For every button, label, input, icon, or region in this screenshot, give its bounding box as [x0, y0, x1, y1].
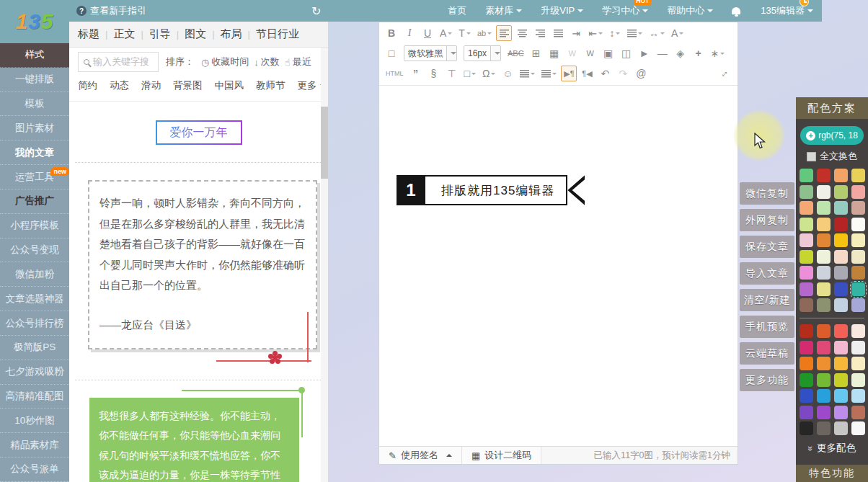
color-swatch[interactable]: [817, 185, 831, 199]
color-swatch[interactable]: [851, 282, 865, 296]
select-dropdown[interactable]: [446, 46, 456, 61]
align-center-icon[interactable]: [514, 25, 530, 41]
color-swatch[interactable]: [851, 169, 865, 182]
action-button-0[interactable]: 微信复制: [740, 182, 794, 205]
color-swatch[interactable]: [851, 233, 865, 247]
color-swatch[interactable]: [851, 341, 865, 354]
word-doc-icon[interactable]: W: [583, 45, 598, 61]
eraser-icon[interactable]: ◈: [673, 45, 688, 61]
indent-right-icon[interactable]: ⇥: [568, 25, 584, 41]
refresh-icon[interactable]: ↻: [311, 0, 321, 22]
style-sample-quote[interactable]: 铃声一响，顿时人影错杂，奔向不同方向，但是在那么多穿梭纷乱的人群里，我无比清楚地…: [88, 180, 317, 349]
text-case-icon[interactable]: A: [669, 25, 686, 41]
align-left-icon[interactable]: [496, 25, 512, 41]
bold-icon[interactable]: B: [384, 25, 399, 41]
color-swatch[interactable]: [817, 406, 831, 419]
nav-item-4[interactable]: 帮助中心: [667, 4, 713, 17]
tab-1[interactable]: 正文: [113, 27, 135, 41]
color-swatch[interactable]: [817, 389, 831, 403]
sidebar-item-11[interactable]: 公众号排行榜: [0, 311, 69, 336]
sidebar-item-17[interactable]: 公众号派单: [0, 458, 69, 482]
tab-4[interactable]: 布局: [221, 27, 242, 41]
sidebar-item-6[interactable]: 广告推广: [0, 189, 69, 214]
sidebar-item-5[interactable]: 运营工具new: [0, 165, 69, 189]
sidebar-item-0[interactable]: 样式: [0, 43, 69, 68]
nav-item-0[interactable]: 首页: [448, 4, 466, 17]
unordered-list-icon[interactable]: [539, 66, 559, 81]
logo-box[interactable]: 135: [0, 0, 69, 43]
category-3[interactable]: 背景图: [173, 79, 203, 92]
action-button-5[interactable]: 手机预览: [740, 316, 794, 338]
scrollbar-thumb[interactable]: [321, 107, 328, 179]
sidebar-item-13[interactable]: 七夕游戏吸粉: [0, 360, 69, 385]
underline-icon[interactable]: U: [420, 25, 435, 41]
action-button-7[interactable]: 更多功能: [740, 369, 794, 391]
strikethrough-icon[interactable]: ABC: [505, 45, 526, 61]
category-5[interactable]: 教师节: [256, 79, 285, 92]
signature-button[interactable]: ✎ 使用签名: [379, 447, 462, 464]
align-justify-icon[interactable]: [550, 25, 566, 41]
insert-image-icon[interactable]: ▣: [601, 45, 616, 61]
color-swatch[interactable]: [851, 298, 865, 312]
category-1[interactable]: 动态: [110, 79, 129, 92]
color-swatch[interactable]: [817, 373, 831, 387]
font-color-icon[interactable]: A: [438, 25, 454, 41]
color-swatch[interactable]: [851, 406, 865, 419]
fullscreen-icon[interactable]: ↕: [714, 62, 736, 84]
emoticon-icon[interactable]: ☺: [500, 66, 515, 81]
tab-3[interactable]: 图文: [185, 27, 206, 41]
table-icon[interactable]: ⊞: [528, 45, 544, 61]
color-swatch[interactable]: [817, 169, 831, 182]
text-format-icon[interactable]: T: [456, 25, 473, 41]
insert-container-icon[interactable]: □: [462, 66, 478, 81]
panel-scrollbar[interactable]: [321, 48, 328, 482]
category-0[interactable]: 简约: [78, 79, 97, 92]
style-sample-button[interactable]: 爱你一万年: [156, 120, 242, 145]
color-swatch[interactable]: [834, 169, 848, 182]
category-4[interactable]: 中国风: [215, 79, 244, 92]
color-swatch[interactable]: [817, 357, 831, 370]
color-swatch[interactable]: [800, 218, 813, 231]
color-swatch[interactable]: [851, 373, 865, 387]
sidebar-item-7[interactable]: 小程序模板: [0, 214, 69, 238]
color-swatch[interactable]: [851, 218, 865, 231]
color-swatch[interactable]: [851, 250, 865, 264]
sidebar-item-9[interactable]: 微信加粉: [0, 262, 69, 287]
sort-option-0[interactable]: ◷收藏时间: [201, 55, 249, 68]
color-swatch[interactable]: [817, 341, 831, 354]
text-banner-icon[interactable]: ⊤: [444, 66, 460, 81]
action-button-3[interactable]: 导入文章: [740, 262, 794, 285]
action-button-4[interactable]: 清空/新建: [740, 289, 794, 311]
color-swatch[interactable]: [817, 218, 831, 231]
highlight-color-icon[interactable]: ab: [475, 25, 494, 41]
color-swatch[interactable]: [817, 298, 831, 312]
paragraph-backward-icon[interactable]: ¶◀: [579, 66, 595, 81]
tab-5[interactable]: 节日行业: [256, 27, 299, 41]
nav-item-2[interactable]: 升级VIP: [541, 4, 583, 17]
color-swatch[interactable]: [851, 185, 865, 199]
color-swatch[interactable]: [800, 341, 813, 354]
special-character-icon[interactable]: Ω: [480, 66, 497, 81]
magic-wand-icon[interactable]: ∗: [709, 45, 727, 61]
color-swatch[interactable]: [800, 324, 813, 338]
color-swatch[interactable]: [834, 406, 848, 419]
blockquote-icon[interactable]: ”: [408, 66, 424, 81]
line-height-icon[interactable]: ↕: [607, 25, 623, 41]
multi-image-icon[interactable]: ◫: [619, 45, 634, 61]
color-swatch[interactable]: [800, 373, 813, 387]
nav-item-3[interactable]: 学习中心HOT: [602, 4, 648, 17]
sidebar-item-8[interactable]: 公众号变现: [0, 238, 69, 263]
color-swatch[interactable]: [834, 341, 848, 354]
color-swatch[interactable]: [817, 324, 831, 338]
sidebar-item-10[interactable]: 文章选题神器: [0, 287, 69, 311]
color-swatch[interactable]: [851, 389, 865, 403]
sidebar-item-2[interactable]: 模板: [0, 92, 69, 117]
italic-icon[interactable]: I: [402, 25, 417, 41]
color-swatch[interactable]: [817, 282, 831, 296]
color-swatch[interactable]: [834, 266, 848, 280]
format-painter-icon[interactable]: +: [691, 45, 707, 61]
html-source-icon[interactable]: HTML: [384, 66, 406, 81]
featured-functions-bar[interactable]: 特色功能: [796, 465, 868, 482]
insert-link-icon[interactable]: §: [426, 66, 442, 81]
color-swatch[interactable]: [834, 357, 848, 370]
